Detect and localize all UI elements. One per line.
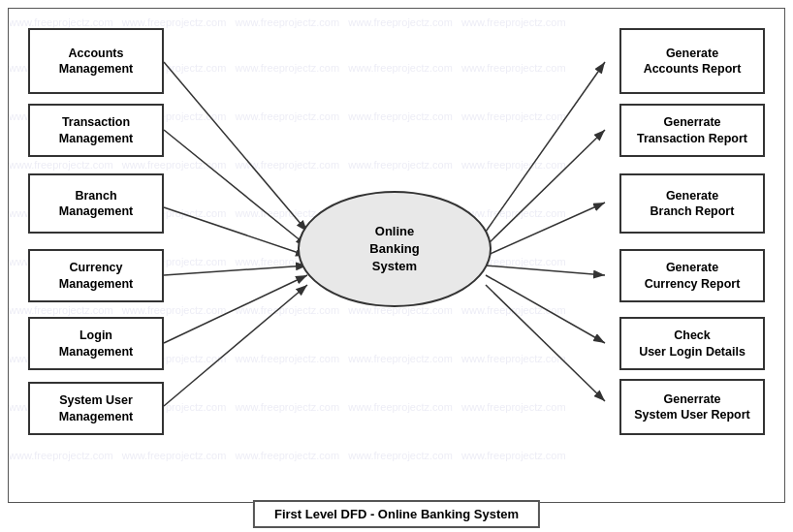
generate-currency-report-node: GenerateCurrency Report xyxy=(619,249,765,302)
check-user-login-node: CheckUser Login Details xyxy=(619,317,765,370)
generate-branch-report-node: GenerateBranch Report xyxy=(619,173,765,234)
svg-line-10 xyxy=(486,266,605,275)
login-management-node: LoginManagement xyxy=(28,317,164,370)
generate-transaction-report-node: GenerrateTransaction Report xyxy=(619,104,765,157)
svg-line-12 xyxy=(486,285,605,401)
generate-accounts-report-node: GenerateAccounts Report xyxy=(619,28,765,94)
accounts-management-node: AccountsManagement xyxy=(28,28,164,94)
svg-line-5 xyxy=(164,275,307,343)
center-node: OnlineBankingSystem xyxy=(298,191,492,307)
caption-bar: First Level DFD - Online Banking System xyxy=(253,500,540,528)
svg-line-4 xyxy=(164,266,307,275)
transaction-management-node: TransactionManagement xyxy=(28,104,164,157)
generate-system-user-report-node: GenerrateSystem User Report xyxy=(619,379,765,435)
svg-line-6 xyxy=(164,285,307,406)
svg-line-11 xyxy=(486,275,605,343)
system-user-management-node: System UserManagement xyxy=(28,382,164,435)
currency-management-node: CurrencyManagement xyxy=(28,249,164,302)
branch-management-node: BranchManagement xyxy=(28,173,164,234)
svg-line-3 xyxy=(164,207,307,256)
diagram-container: www.freeprojectz.com www.freeprojectz.co… xyxy=(8,8,785,503)
